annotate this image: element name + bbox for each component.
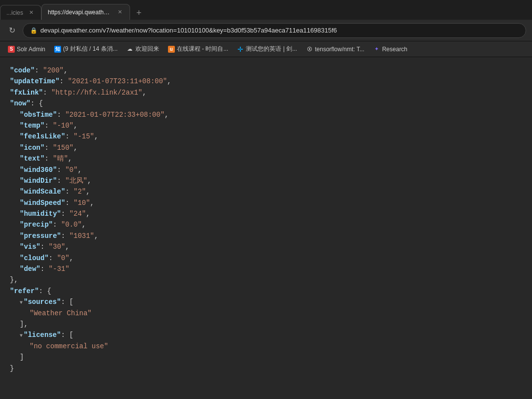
key-windscale: "windScale" bbox=[20, 188, 65, 196]
json-line-updatetime: "updateTime": "2021-01-07T23:11+08:00", bbox=[10, 76, 522, 87]
key-humidity: "humidity" bbox=[20, 210, 61, 218]
json-line-windscale: "windScale": "2", bbox=[20, 186, 522, 197]
val-feelslike: "-15" bbox=[73, 133, 94, 140]
lock-icon: 🔒 bbox=[30, 27, 37, 34]
key-refer: "refer" bbox=[10, 287, 39, 295]
val-temp: "-10" bbox=[53, 122, 73, 130]
val-license: "no commercial use" bbox=[30, 342, 108, 350]
bookmark-icon-tensorflow: ⦿ bbox=[306, 46, 313, 53]
bookmark-tensorflow[interactable]: ⦿ tensorflow/nmt: T... bbox=[302, 44, 368, 54]
json-line-temp: "temp": "-10", bbox=[20, 120, 522, 131]
json-line-sources-close: ], bbox=[20, 319, 522, 330]
json-line-wind360: "wind360": "0", bbox=[20, 165, 522, 175]
val-precip: "0.0" bbox=[61, 221, 82, 229]
bookmark-icon-solr: S bbox=[8, 46, 15, 53]
json-line-precip: "precip": "0.0", bbox=[20, 219, 522, 230]
key-fxlink: "fxLink" bbox=[10, 89, 43, 97]
json-line-dew: "dew": "-31" bbox=[20, 264, 522, 274]
key-wind360: "wind360" bbox=[20, 166, 57, 174]
key-sources: "sources" bbox=[24, 298, 61, 306]
json-line-text: "text": "晴", bbox=[20, 153, 522, 164]
val-sources: "Weather China" bbox=[30, 309, 92, 317]
val-winddir: "北风" bbox=[65, 177, 87, 185]
val-windscale: "2" bbox=[73, 188, 86, 196]
json-line-now-close: }, bbox=[10, 274, 522, 285]
bookmark-label-english: 测试您的英语 | 剑... bbox=[246, 45, 297, 53]
json-line-pressure: "pressure": "1031", bbox=[20, 231, 522, 241]
bookmark-icon-cloud: ☁ bbox=[127, 46, 133, 53]
tab-label-1: ...icies bbox=[6, 9, 23, 16]
val-vis: "30" bbox=[49, 243, 66, 251]
bookmark-label-zhihu: (9 封私信 / 14 条消... bbox=[63, 45, 118, 53]
json-line-vis: "vis": "30", bbox=[20, 241, 522, 252]
val-text: "晴" bbox=[53, 155, 68, 163]
json-line-license-open: ▼"license": [ bbox=[20, 330, 522, 340]
new-tab-button[interactable]: + bbox=[132, 6, 146, 20]
json-line-refer-close: } bbox=[10, 363, 522, 374]
bookmark-icon-research: ✦ bbox=[373, 46, 380, 53]
bookmark-solr[interactable]: S Solr Admin bbox=[4, 44, 49, 54]
key-license: "license" bbox=[24, 331, 61, 339]
browser-window: ...icies ✕ https://devapi.qweather.com/v… bbox=[0, 0, 532, 399]
val-fxlink: "http://hfx.link/2ax1" bbox=[51, 89, 142, 97]
bookmark-label-tensorflow: tensorflow/nmt: T... bbox=[315, 46, 364, 53]
json-line-cloud: "cloud": "0", bbox=[20, 253, 522, 264]
bookmark-label-cloud: 欢迎回来 bbox=[135, 45, 159, 53]
key-icon: "icon" bbox=[20, 144, 44, 152]
bookmark-icon-course: u bbox=[168, 46, 175, 53]
key-cloud: "cloud" bbox=[20, 254, 49, 262]
bookmark-research[interactable]: ✦ Research bbox=[369, 44, 411, 54]
val-obstime: "2021-01-07T22:33+08:00" bbox=[65, 111, 165, 119]
key-code: "code" bbox=[10, 66, 34, 74]
key-now: "now" bbox=[10, 100, 31, 107]
bookmark-zhihu[interactable]: 知 (9 封私信 / 14 条消... bbox=[50, 43, 122, 55]
address-bar: ↻ 🔒 devapi.qweather.com/v7/weather/now?l… bbox=[0, 20, 532, 41]
key-windspeed: "windSpeed" bbox=[20, 199, 65, 207]
key-updatetime: "updateTime" bbox=[10, 77, 60, 85]
tab-close-active[interactable]: ✕ bbox=[116, 8, 124, 16]
json-line-obstime: "obsTime": "2021-01-07T22:33+08:00", bbox=[20, 109, 522, 120]
tab-inactive-1[interactable]: ...icies ✕ bbox=[0, 5, 41, 20]
key-obstime: "obsTime" bbox=[20, 111, 57, 119]
tab-active[interactable]: https://devapi.qweather.com/v... ✕ bbox=[41, 4, 130, 20]
bookmark-label-research: Research bbox=[382, 46, 407, 53]
bookmark-label-solr: Solr Admin bbox=[17, 46, 45, 53]
bookmark-cloud[interactable]: ☁ 欢迎回来 bbox=[123, 43, 163, 55]
json-line-sources-open: ▼"sources": [ bbox=[20, 297, 522, 307]
val-pressure: "1031" bbox=[69, 232, 94, 240]
json-line-license-close: ] bbox=[20, 352, 522, 363]
val-humidity: "24" bbox=[69, 210, 86, 218]
val-updatetime: "2021-01-07T23:11+08:00" bbox=[68, 77, 167, 85]
collapse-license-icon[interactable]: ▼ bbox=[20, 333, 23, 338]
key-feelslike: "feelsLike" bbox=[20, 133, 65, 140]
key-dew: "dew" bbox=[20, 265, 40, 273]
bookmark-icon-zhihu: 知 bbox=[54, 46, 61, 53]
val-windspeed: "10" bbox=[73, 199, 90, 207]
key-winddir: "windDir" bbox=[20, 177, 57, 185]
json-line-code: "code": "200", bbox=[10, 65, 522, 76]
collapse-sources-icon[interactable]: ▼ bbox=[20, 300, 23, 305]
key-vis: "vis" bbox=[20, 243, 40, 251]
json-line-windspeed: "windSpeed": "10", bbox=[20, 198, 522, 208]
val-dew: "-31" bbox=[49, 265, 69, 273]
json-line-feelslike: "feelsLike": "-15", bbox=[20, 131, 522, 142]
val-wind360: "0" bbox=[65, 166, 77, 174]
key-text: "text" bbox=[20, 155, 44, 163]
refresh-button[interactable]: ↻ bbox=[6, 26, 18, 35]
address-text: devapi.qweather.com/v7/weather/now?locat… bbox=[40, 27, 337, 34]
json-line-now-open: "now": { bbox=[10, 98, 522, 109]
key-temp: "temp" bbox=[20, 122, 44, 130]
json-line-humidity: "humidity": "24", bbox=[20, 208, 522, 219]
json-line-license-val: "no commercial use" bbox=[30, 341, 522, 352]
bookmark-label-course: 在线课程 - 时间自... bbox=[177, 45, 229, 53]
bookmarks-bar: S Solr Admin 知 (9 封私信 / 14 条消... ☁ 欢迎回来 … bbox=[0, 41, 532, 57]
tab-bar: ...icies ✕ https://devapi.qweather.com/v… bbox=[0, 0, 532, 20]
url-bar[interactable]: 🔒 devapi.qweather.com/v7/weather/now?loc… bbox=[23, 23, 526, 38]
tab-close-1[interactable]: ✕ bbox=[27, 9, 35, 17]
bookmark-english[interactable]: ✛ 测试您的英语 | 剑... bbox=[233, 43, 301, 55]
val-code: "200" bbox=[43, 66, 64, 74]
json-line-fxlink: "fxLink": "http://hfx.link/2ax1", bbox=[10, 87, 522, 98]
bookmark-course[interactable]: u 在线课程 - 时间自... bbox=[164, 43, 233, 55]
bookmark-icon-english: ✛ bbox=[237, 46, 244, 53]
key-pressure: "pressure" bbox=[20, 232, 61, 240]
